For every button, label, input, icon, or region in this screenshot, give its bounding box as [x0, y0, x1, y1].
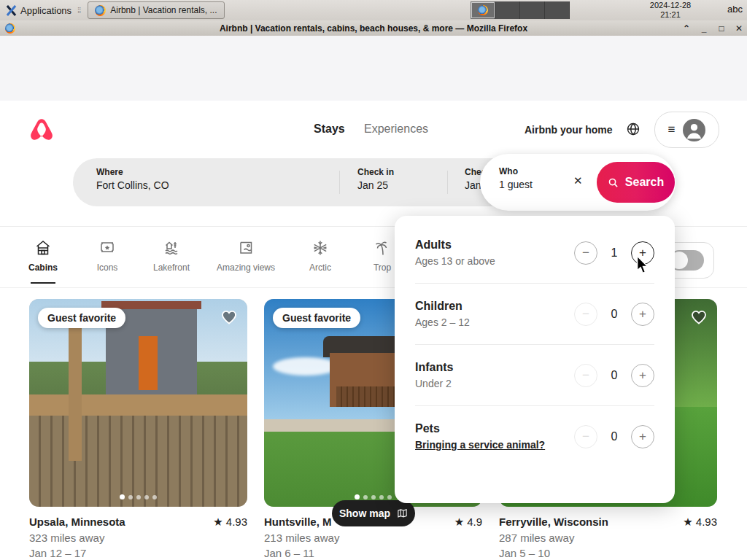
search-where[interactable]: Where Fort Collins, CO [96, 167, 169, 191]
globe-icon[interactable] [626, 122, 640, 136]
pets-increment-button[interactable]: + [631, 425, 654, 448]
browser-tabbar: Airbnb | Vacation rentals, c ✕ 3 Firefox… [0, 36, 747, 69]
taskbar-clock: 2024-12-28 21:21 [638, 1, 703, 20]
taskbar-window-title: Airbnb | Vacation rentals, ... [110, 5, 217, 15]
listing-dates: Jan 6 – 11 [264, 547, 482, 559]
adults-decrement-button[interactable]: − [574, 241, 597, 265]
show-map-button[interactable]: Show map [332, 500, 415, 526]
row-subtitle: Ages 13 or above [415, 255, 495, 267]
listing-distance: 213 miles away [264, 532, 482, 544]
ticket-icon [98, 239, 116, 257]
row-title: Children [415, 300, 470, 313]
workspace-4[interactable] [545, 1, 570, 19]
maximize-button[interactable]: □ [716, 23, 727, 34]
shade-button[interactable]: ⌃ [681, 23, 692, 34]
listing-rating: 4.9 [467, 516, 482, 529]
search-who[interactable]: Who 1 guest [499, 166, 533, 190]
map-icon [397, 508, 408, 519]
category-label: Arctic [309, 262, 331, 273]
guest-picker-panel: Adults Ages 13 or above − 1 + Children A… [395, 216, 675, 503]
guest-favorite-badge: Guest favorite [38, 308, 125, 328]
tab-stays[interactable]: Stays [314, 122, 345, 136]
close-button[interactable]: ✕ [734, 23, 744, 34]
lakefront-icon [163, 239, 180, 257]
service-animal-link[interactable]: Bringing a service animal? [415, 439, 545, 451]
clock-date: 2024-12-28 [638, 1, 703, 10]
os-username: abc [727, 4, 743, 15]
row-title: Adults [415, 238, 495, 252]
user-menu-button[interactable]: ≡ [654, 112, 719, 148]
where-value: Fort Collins, CO [96, 179, 169, 191]
row-title: Infants [415, 361, 453, 374]
guest-row-children: Children Ages 2 – 12 − 0 + [415, 283, 654, 344]
minimize-button[interactable]: _ [699, 23, 709, 34]
applications-menu[interactable]: Applications [0, 0, 77, 20]
category-label: Lakefront [153, 262, 190, 273]
firefox-icon [95, 5, 106, 16]
listing-photo[interactable]: Guest favorite [29, 299, 247, 507]
star-icon: ★ [683, 516, 692, 529]
checkin-value: Jan 25 [357, 179, 394, 191]
tab-experiences[interactable]: Experiences [364, 122, 428, 136]
category-lakefront[interactable]: Lakefront [136, 239, 206, 273]
guest-row-adults: Adults Ages 13 or above − 1 + [415, 222, 654, 283]
infants-decrement-button[interactable]: − [574, 364, 597, 387]
applications-label: Applications [20, 5, 71, 16]
category-icons[interactable]: Icons [72, 239, 142, 273]
adults-count: 1 [605, 246, 623, 260]
clear-guests-icon[interactable]: ✕ [573, 174, 583, 187]
airbnb-logo[interactable] [29, 117, 54, 143]
listing-distance: 323 miles away [29, 532, 247, 544]
palm-tree-icon [374, 239, 391, 257]
infants-increment-button[interactable]: + [631, 364, 654, 387]
search-who-section[interactable]: Who 1 guest ✕ Search [480, 154, 676, 211]
children-decrement-button[interactable]: − [574, 303, 597, 326]
category-cabins[interactable]: Cabins [8, 239, 78, 284]
search-button[interactable]: Search [597, 162, 675, 203]
pets-count: 0 [605, 430, 623, 443]
listing-title: Huntsville, M [264, 516, 332, 529]
listing-title: Ferryville, Wisconsin [499, 516, 608, 529]
listing-dates: Jan 5 – 10 [499, 547, 717, 559]
row-subtitle: Ages 2 – 12 [415, 316, 470, 328]
category-arctic[interactable]: Arctic [285, 239, 355, 273]
workspace-pager[interactable] [471, 1, 570, 19]
category-amazing-views[interactable]: Amazing views [211, 239, 281, 273]
cabin-icon [34, 239, 52, 257]
firefox-icon [478, 5, 488, 15]
active-underline [31, 282, 55, 284]
star-icon: ★ [454, 516, 464, 529]
listing-meta: Upsala, Minnesota ★4.93 323 miles away J… [29, 516, 247, 559]
category-label: Trop [374, 262, 391, 273]
window-titlebar[interactable]: Airbnb | Vacation rentals, cabins, beach… [0, 20, 747, 36]
children-increment-button[interactable]: + [631, 303, 654, 326]
row-title: Pets [415, 422, 545, 435]
category-label: Icons [97, 262, 118, 273]
search-button-label: Search [625, 176, 664, 189]
browser-toolbar: ← → ↻ https://www.airbnb.com ☆ ≡ [0, 69, 747, 101]
listing-dates: Jan 12 – 17 [29, 547, 247, 559]
carousel-dots[interactable] [29, 494, 247, 499]
children-count: 0 [605, 308, 623, 321]
wishlist-heart-icon[interactable] [690, 308, 708, 326]
who-label: Who [499, 166, 533, 176]
os-taskbar: Applications ⁞⁞ Airbnb | Vacation rental… [0, 0, 747, 21]
wishlist-heart-icon[interactable] [220, 308, 238, 326]
where-label: Where [96, 167, 169, 177]
xorg-logo-icon [6, 5, 17, 16]
screen: Applications ⁞⁞ Airbnb | Vacation rental… [0, 0, 747, 560]
search-checkin[interactable]: Check in Jan 25 [357, 167, 394, 191]
category-label: Cabins [28, 262, 58, 273]
panel-handle-icon[interactable]: ⁞⁞ [77, 6, 80, 15]
who-value: 1 guest [499, 179, 533, 190]
workspace-3[interactable] [520, 1, 545, 19]
star-icon: ★ [213, 516, 222, 529]
workspace-2[interactable] [495, 1, 520, 19]
listing-card-upsala[interactable]: Guest favorite Upsala, Minnesota ★4.93 3… [29, 299, 247, 559]
pets-decrement-button[interactable]: − [574, 425, 597, 448]
workspace-1[interactable] [471, 1, 495, 19]
infants-count: 0 [605, 369, 623, 382]
airbnb-your-home-link[interactable]: Airbnb your home [525, 124, 613, 136]
taskbar-window-button[interactable]: Airbnb | Vacation rentals, ... [88, 1, 224, 19]
menu-icon: ≡ [668, 122, 676, 137]
